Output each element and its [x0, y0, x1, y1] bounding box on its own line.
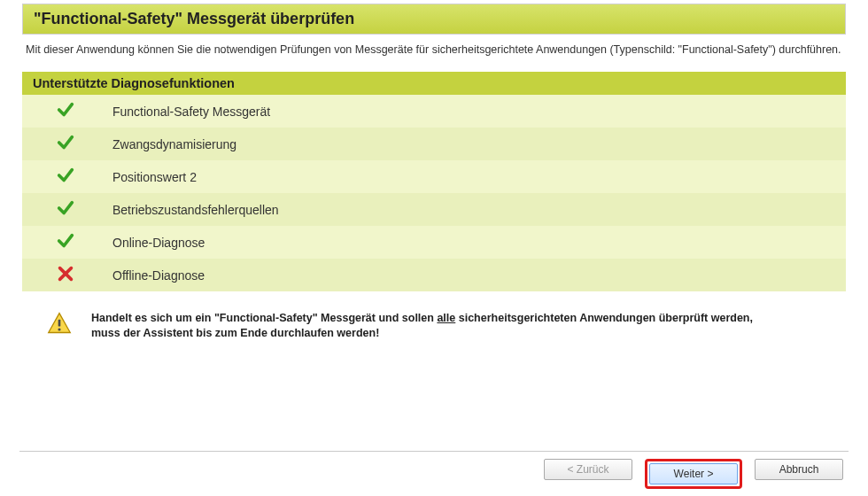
next-button-highlight: Weiter >: [645, 459, 742, 489]
page-title: "Functional-Safety" Messgerät überprüfen: [22, 4, 846, 35]
cancel-button[interactable]: Abbruch: [755, 459, 843, 480]
table-row: Betriebszustandsfehlerquellen: [22, 193, 846, 226]
svg-point-2: [58, 328, 60, 330]
intro-text: Mit dieser Anwendung können Sie die notw…: [22, 35, 846, 72]
check-icon: [56, 239, 75, 253]
section-header: Unterstützte Diagnosefunktionen: [22, 72, 846, 95]
diagnostic-label: Betriebszustandsfehlerquellen: [109, 193, 846, 226]
table-row: Online-Diagnose: [22, 226, 846, 259]
table-row: Zwangsdynamisierung: [22, 128, 846, 160]
warning-icon: [47, 311, 72, 338]
diagnostic-label: Offline-Diagnose: [109, 259, 846, 291]
table-row: Offline-Diagnose: [22, 259, 846, 291]
table-row: Functional-Safety Messgerät: [22, 95, 846, 128]
warning-text: Handelt es sich um ein "Functional-Safet…: [91, 311, 782, 341]
check-icon: [56, 108, 75, 122]
check-icon: [56, 174, 75, 188]
diagnostic-label: Functional-Safety Messgerät: [109, 95, 846, 128]
svg-rect-1: [58, 320, 61, 327]
diagnostic-label: Zwangsdynamisierung: [109, 128, 846, 160]
wizard-footer: < Zurück Weiter > Abbruch: [19, 451, 849, 489]
cross-icon: [56, 272, 75, 286]
diagnostic-table: Functional-Safety MessgerätZwangsdynamis…: [22, 95, 846, 291]
next-button[interactable]: Weiter >: [649, 463, 738, 484]
check-icon: [56, 141, 75, 155]
warning-block: Handelt es sich um ein "Functional-Safet…: [22, 291, 846, 350]
diagnostic-label: Positionswert 2: [109, 160, 846, 193]
diagnostic-label: Online-Diagnose: [109, 226, 846, 259]
check-icon: [56, 206, 75, 221]
table-row: Positionswert 2: [22, 160, 846, 193]
back-button[interactable]: < Zurück: [544, 459, 632, 480]
